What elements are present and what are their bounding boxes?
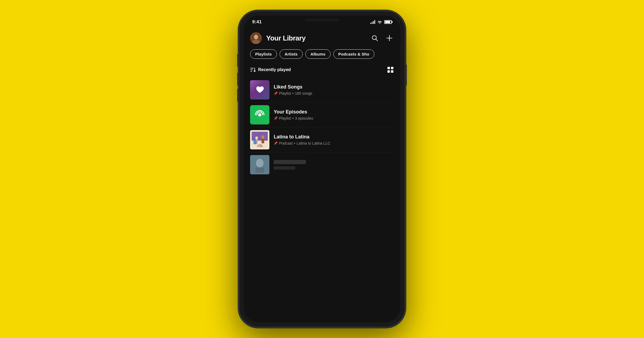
grid-view-button[interactable] (387, 66, 394, 73)
svg-rect-8 (387, 67, 390, 69)
liked-songs-info: Liked Songs 📌 Playlist • 185 songs (274, 84, 394, 95)
your-episodes-separator: • (292, 116, 294, 120)
partial-info (274, 160, 394, 170)
svg-point-24 (256, 159, 264, 167)
liked-songs-name: Liked Songs (274, 84, 394, 90)
latina-separator: • (294, 141, 295, 145)
latina-name: Latina to Latina (274, 134, 394, 140)
svg-rect-25 (255, 167, 264, 173)
battery-icon (384, 20, 392, 24)
your-episodes-thumbnail (250, 105, 269, 124)
signal-bar-2 (372, 22, 372, 24)
svg-point-3 (254, 35, 258, 39)
signal-bar-4 (374, 20, 375, 24)
phone-screen: 9:41 (244, 16, 400, 322)
your-episodes-count: 3 episodes (295, 116, 313, 120)
battery-fill (385, 21, 390, 23)
latina-type: Podcast (279, 141, 293, 145)
partial-name (274, 160, 306, 164)
your-episodes-name: Your Episodes (274, 109, 394, 115)
latina-art: LATINA TO LATINA (250, 130, 269, 149)
filter-playlists[interactable]: Playlists (250, 49, 277, 59)
signal-bar-1 (370, 23, 371, 24)
page-title: Your Library (266, 34, 366, 42)
svg-rect-11 (391, 70, 393, 73)
signal-bar-3 (373, 21, 374, 24)
search-button[interactable] (370, 34, 379, 43)
sort-row: Recently played (244, 65, 400, 78)
avatar-image (250, 32, 262, 44)
svg-rect-19 (262, 139, 264, 144)
sort-label: Recently played (258, 67, 291, 72)
sort-arrows-icon (250, 67, 256, 72)
latina-info: Latina to Latina 📌 Podcast • Latina to L… (274, 134, 394, 145)
list-item[interactable]: Your Episodes 📌 Playlist • 3 episodes (250, 102, 394, 127)
liked-songs-meta: 📌 Playlist • 185 songs (274, 91, 394, 95)
filter-albums[interactable]: Albums (305, 49, 331, 59)
your-episodes-info: Your Episodes 📌 Playlist • 3 episodes (274, 109, 394, 120)
liked-songs-separator: • (292, 91, 294, 95)
pin-icon-3: 📌 (274, 141, 278, 145)
wifi-icon (377, 20, 382, 24)
svg-rect-20 (254, 140, 257, 144)
pin-icon-2: 📌 (274, 116, 278, 120)
phone-shell: 9:41 (239, 11, 405, 327)
svg-point-16 (255, 137, 258, 140)
signal-icon (370, 20, 375, 24)
filter-artists[interactable]: Artists (280, 49, 303, 59)
svg-rect-10 (387, 70, 390, 73)
status-icons (370, 20, 392, 24)
sort-button[interactable]: Recently played (250, 67, 291, 72)
svg-text:TO LATINA: TO LATINA (257, 146, 263, 147)
add-button[interactable] (385, 34, 394, 43)
your-episodes-meta: 📌 Playlist • 3 episodes (274, 116, 394, 120)
liked-songs-type: Playlist (279, 91, 291, 95)
liked-songs-count: 185 songs (295, 91, 312, 95)
avatar[interactable] (250, 32, 262, 44)
screen-content: Your Library (244, 27, 400, 177)
list-item[interactable]: Liked Songs 📌 Playlist • 185 songs (250, 78, 394, 102)
filter-row: Playlists Artists Albums Podcasts & Sho (244, 49, 400, 65)
header: Your Library (244, 29, 400, 49)
svg-rect-14 (252, 132, 268, 141)
header-actions (370, 34, 394, 43)
list-item[interactable]: LATINA TO LATINA Latina to Latina 📌 Podc… (250, 127, 394, 152)
svg-point-12 (258, 113, 261, 116)
list-item[interactable] (250, 152, 394, 177)
your-episodes-type: Playlist (279, 116, 291, 120)
latina-thumbnail: LATINA TO LATINA (250, 130, 269, 149)
pin-icon: 📌 (274, 91, 278, 95)
svg-point-18 (261, 135, 265, 139)
svg-line-5 (376, 39, 378, 41)
svg-rect-9 (391, 67, 393, 69)
phone-wrapper: 9:41 (239, 11, 405, 327)
notch (305, 19, 339, 21)
status-time: 9:41 (252, 19, 262, 25)
liked-songs-thumbnail (250, 80, 269, 100)
library-list: Liked Songs 📌 Playlist • 185 songs (244, 78, 400, 177)
svg-text:LATINA: LATINA (257, 144, 262, 146)
partial-thumbnail (250, 155, 269, 174)
filter-podcasts[interactable]: Podcasts & Sho (333, 49, 375, 59)
latina-publisher: Latina to Latina LLC (297, 141, 330, 145)
partial-meta (274, 166, 295, 170)
latina-meta: 📌 Podcast • Latina to Latina LLC (274, 141, 394, 145)
